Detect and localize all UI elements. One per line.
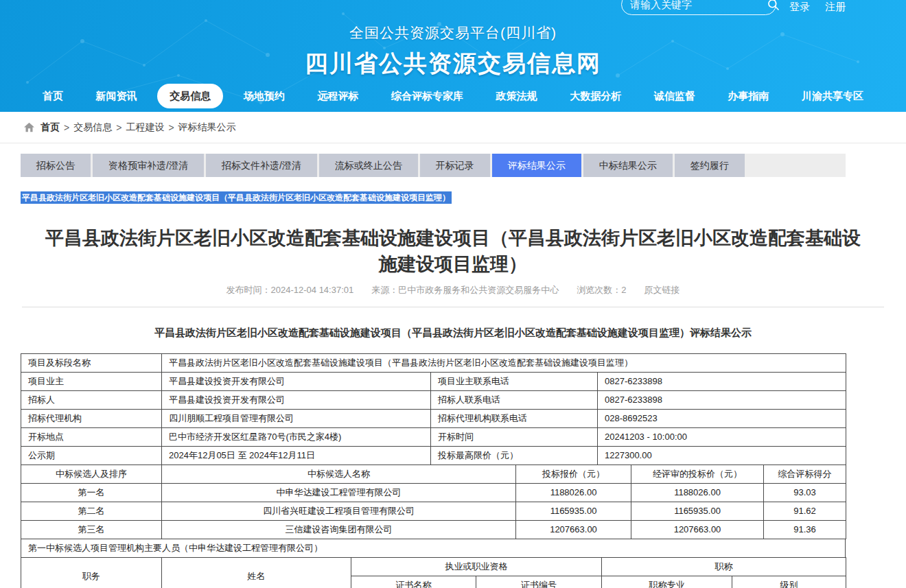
breadcrumb-home[interactable]: 首页: [40, 121, 60, 134]
table-row: 第二名 四川省兴旺建设工程项目管理有限公司 1165935.00 1165935…: [21, 502, 846, 521]
candidate-table: 中标候选人及排序 中标候选人名称 投标报价（元） 经评审的投标价（元） 综合评标…: [21, 464, 846, 539]
tab-award-result[interactable]: 中标结果公示: [583, 154, 673, 177]
original-link[interactable]: 原文链接: [644, 284, 680, 296]
nav-item-chuanyu-zone[interactable]: 川渝共享专区: [789, 84, 876, 108]
info-label: 招标代理机构: [21, 410, 162, 428]
info-label: 投标最高限价（元）: [431, 447, 598, 465]
column-header: 中标候选人及排序: [21, 465, 162, 484]
tab-contract-performance[interactable]: 签约履行: [675, 154, 745, 177]
evaluated-price: 1165935.00: [631, 502, 764, 521]
candidate-rank: 第二名: [21, 502, 162, 521]
result-table-title: 平昌县政法街片区老旧小区改造配套基础设施建设项目（平昌县政法街片区老旧小区改造配…: [0, 327, 906, 340]
info-label: 公示期: [21, 447, 162, 465]
table-row: 公示期 2024年12月05日 至 2024年12月11日 投标最高限价（元） …: [21, 447, 846, 465]
main-nav: 首页 新闻资讯 交易信息 场地预约 远程评标 综合评标专家库 政策法规 大数据分…: [0, 84, 906, 108]
column-header: 经评审的投标价（元）: [631, 465, 764, 484]
info-value: 028-8692523: [598, 410, 846, 428]
site-title: 四川省公共资源交易信息网: [0, 48, 906, 80]
info-value: 0827-6233898: [598, 391, 846, 410]
info-value: 1227300.00: [598, 447, 846, 465]
login-link[interactable]: 登录: [789, 0, 810, 14]
info-value: 四川朋顺工程项目管理有限公司: [162, 410, 431, 428]
column-subheader: 职称专业: [602, 576, 732, 588]
candidate-name: 四川省兴旺建设工程项目管理有限公司: [162, 502, 516, 521]
page-title: 平昌县政法街片区老旧小区改造配套基础设施建设项目（平昌县政法街片区老旧小区改造配…: [41, 225, 865, 277]
score: 93.03: [764, 484, 846, 502]
nav-item-policies[interactable]: 政策法规: [484, 84, 550, 108]
topbar: 登录 注册: [0, 0, 906, 23]
column-header: 中标候选人名称: [162, 465, 516, 484]
nav-item-big-data[interactable]: 大数据分析: [557, 84, 634, 108]
register-link[interactable]: 注册: [825, 0, 846, 14]
nav-item-home[interactable]: 首页: [30, 84, 76, 108]
platform-name: 全国公共资源交易平台(四川省): [0, 23, 906, 43]
candidate-rank: 第一名: [21, 484, 162, 502]
tab-tender-announcement[interactable]: 招标公告: [21, 154, 91, 177]
breadcrumb: 首页 > 交易信息 > 工程建设 > 评标结果公示: [0, 112, 906, 143]
info-value: 2024年12月05日 至 2024年12月11日: [162, 447, 431, 465]
selected-text-line: 平昌县政法街片区老旧小区改造配套基础设施建设项目（平昌县政法街片区老旧小区改造配…: [21, 191, 885, 204]
candidate-name: 三信建设咨询集团有限公司: [162, 521, 516, 539]
info-label: 项目及标段名称: [21, 354, 162, 373]
info-label: 项目业主联系电话: [431, 373, 598, 391]
article-meta: 发布时间：2024-12-04 14:37:01 来源：巴中市政务服务和公共资源…: [0, 284, 906, 296]
candidate-rank: 第三名: [21, 521, 162, 539]
home-icon[interactable]: [23, 122, 35, 132]
search-icon[interactable]: [767, 0, 780, 12]
score: 91.62: [764, 502, 846, 521]
bid-price: 1165935.00: [516, 502, 631, 521]
tab-tender-doc-clarification[interactable]: 招标文件补遗/澄清: [206, 154, 317, 177]
source: 来源：巴中市政务服务和公共资源交易服务中心: [371, 284, 559, 296]
breadcrumb-evaluation-result[interactable]: 评标结果公示: [178, 121, 236, 134]
site-header: 登录 注册 全国公共资源交易平台(四川省) 四川省公共资源交易信息网 首页 新闻…: [0, 0, 906, 112]
nav-item-integrity[interactable]: 诚信监督: [642, 84, 708, 108]
table-header-row: 职务 姓名 执业或职业资格 职称: [21, 558, 846, 576]
table-row: 第三名 三信建设咨询集团有限公司 1207663.00 1207663.00 9…: [21, 521, 846, 539]
info-label: 招标代理机构联系电话: [431, 410, 598, 428]
personnel-section-title-table: 第一中标候选人项目管理机构主要人员（中申华达建设工程管理有限公司）: [21, 539, 846, 558]
search-box[interactable]: [621, 0, 776, 15]
site-banner: 全国公共资源交易平台(四川省) 四川省公共资源交易信息网: [0, 23, 906, 80]
info-value: 0827-6233898: [598, 373, 846, 391]
evaluated-price: 1188026.00: [631, 484, 764, 502]
nav-item-guide[interactable]: 办事指南: [715, 84, 781, 108]
evaluated-price: 1207663.00: [631, 521, 764, 539]
divider: [22, 307, 884, 307]
search-input[interactable]: [630, 0, 767, 10]
column-header: 姓名: [162, 558, 351, 588]
personnel-section-title: 第一中标候选人项目管理机构主要人员（中申华达建设工程管理有限公司）: [21, 539, 846, 558]
nav-item-news[interactable]: 新闻资讯: [84, 84, 150, 108]
info-label: 开标地点: [21, 428, 162, 447]
table-row: 项目业主 平昌县建设投资开发有限公司 项目业主联系电话 0827-6233898: [21, 373, 846, 391]
nav-item-venue-booking[interactable]: 场地预约: [231, 84, 297, 108]
tab-prequalification-clarification[interactable]: 资格预审补遗/澄清: [93, 154, 204, 177]
column-subheader: 证书名称: [351, 576, 476, 588]
breadcrumb-separator: >: [116, 122, 121, 133]
tab-failed-or-terminated[interactable]: 流标或终止公告: [319, 154, 418, 177]
nav-item-trade-info[interactable]: 交易信息: [157, 84, 223, 108]
breadcrumb-construction[interactable]: 工程建设: [126, 121, 164, 134]
publish-time: 发布时间：2024-12-04 14:37:01: [226, 284, 354, 296]
column-subheader: 级别: [732, 576, 846, 588]
table-row: 项目及标段名称 平昌县政法街片区老旧小区改造配套基础设施建设项目（平昌县政法街片…: [21, 354, 846, 373]
table-row: 第一中标候选人项目管理机构主要人员（中申华达建设工程管理有限公司）: [21, 539, 846, 558]
breadcrumb-trade-info[interactable]: 交易信息: [73, 121, 112, 134]
table-row: 第一名 中申华达建设工程管理有限公司 1188026.00 1188026.00…: [21, 484, 846, 502]
info-value: 20241203 - 10:00:00: [598, 428, 846, 447]
auth-links: 登录 注册: [789, 0, 846, 14]
info-label: 项目业主: [21, 373, 162, 391]
info-value: 平昌县政法街片区老旧小区改造配套基础设施建设项目（平昌县政法街片区老旧小区改造配…: [162, 354, 846, 373]
info-label: 招标人: [21, 391, 162, 410]
column-header: 综合评标得分: [764, 465, 846, 484]
tab-evaluation-result[interactable]: 评标结果公示: [492, 154, 581, 177]
breadcrumb-separator: >: [64, 122, 69, 133]
info-label: 开标时间: [431, 428, 598, 447]
nav-item-expert-pool[interactable]: 综合评标专家库: [379, 84, 476, 108]
score: 91.36: [764, 521, 846, 539]
personnel-table: 职务 姓名 执业或职业资格 职称 证书名称 证书编号 职称专业 级别: [21, 557, 846, 588]
announcement-tabs: 招标公告 资格预审补遗/澄清 招标文件补遗/澄清 流标或终止公告 开标记录 评标…: [21, 154, 846, 177]
nav-item-remote-evaluation[interactable]: 远程评标: [305, 84, 371, 108]
column-group-header: 职称: [602, 558, 846, 576]
tab-bid-opening-record[interactable]: 开标记录: [420, 154, 490, 177]
info-value: 平昌县建设投资开发有限公司: [162, 391, 431, 410]
